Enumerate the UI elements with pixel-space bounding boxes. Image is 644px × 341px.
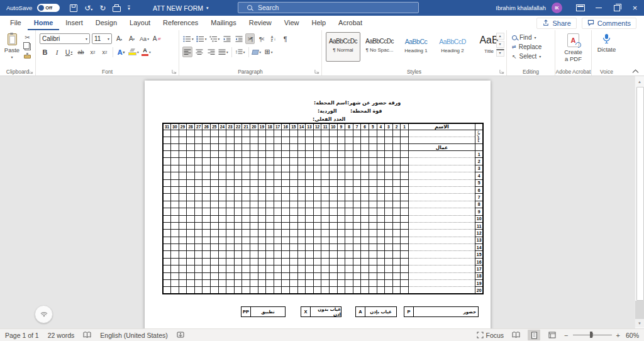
avatar[interactable]: IK (552, 3, 562, 13)
change-case-icon[interactable]: Aa▾ (139, 33, 150, 44)
zoom-in-button[interactable]: + (616, 332, 620, 339)
legend-box-x[interactable]: Xغياب بدون اذن (301, 306, 341, 317)
italic-button[interactable]: I (52, 47, 62, 57)
styles-scroll-up-icon[interactable]: ▴ (496, 33, 504, 40)
user-name[interactable]: Ibrahim khalafallah (496, 4, 546, 11)
increase-indent-icon[interactable] (233, 33, 244, 44)
legend-box-a[interactable]: Aغياب بإذن (355, 306, 397, 317)
align-center-icon[interactable] (194, 47, 204, 57)
scroll-up-icon[interactable]: ▲ (635, 77, 644, 86)
select-button[interactable]: ↖Select▾ (512, 53, 541, 60)
bullet-list-icon[interactable]: ▾ (182, 33, 194, 44)
vertical-scrollbar[interactable]: ▲ ▼ (635, 76, 644, 328)
replace-button[interactable]: ⇄Replace (512, 43, 541, 50)
font-name-combo[interactable]: Calibri▾ (40, 33, 90, 44)
minimize-button[interactable] (589, 0, 608, 16)
clear-formatting-icon[interactable]: A (152, 33, 162, 44)
collapse-ribbon-icon[interactable] (632, 69, 639, 74)
bold-button[interactable]: B (40, 47, 50, 57)
find-button[interactable]: Find▾ (512, 34, 541, 41)
text-effects-icon[interactable]: A▾ (116, 47, 126, 57)
left-to-right-paragraph-icon[interactable]: >¶ (245, 33, 255, 44)
tab-references[interactable]: References (157, 16, 204, 30)
paragraph-dialog-launcher-icon[interactable] (314, 69, 319, 74)
zoom-out-button[interactable]: − (564, 332, 568, 339)
style-card-heading-2[interactable]: AaBbCcDHeading 2 (435, 32, 470, 62)
tab-layout[interactable]: Layout (123, 16, 157, 30)
read-mode-button[interactable] (509, 330, 522, 340)
multilevel-list-icon[interactable]: ▾ (209, 33, 221, 44)
style-card-heading-1[interactable]: AaBbCcHeading 1 (399, 32, 433, 62)
tab-design[interactable]: Design (89, 16, 123, 30)
quick-print-icon[interactable] (113, 6, 121, 12)
tab-help[interactable]: Help (305, 16, 332, 30)
page-indicator[interactable]: Page 1 of 1 (5, 332, 39, 339)
copy-icon[interactable] (25, 43, 31, 50)
font-dialog-launcher-icon[interactable] (172, 69, 177, 74)
sort-icon[interactable]: AZ↓ (268, 33, 279, 44)
language-indicator[interactable]: English (United States) (100, 332, 167, 339)
share-button[interactable]: Share (536, 18, 576, 29)
search-box[interactable]: Search (238, 2, 419, 13)
style-card-no-spac[interactable]: AaBbCcDc¶ No Spac... (362, 32, 397, 62)
restore-button[interactable] (608, 0, 626, 16)
close-button[interactable]: × (626, 0, 644, 16)
styles-more-icon[interactable]: ▾ (496, 49, 504, 57)
tab-insert[interactable]: Insert (59, 16, 89, 30)
right-to-left-paragraph-icon[interactable]: ¶< (256, 33, 267, 44)
create-pdf-button[interactable]: A Create a PDF (555, 33, 591, 62)
highlight-color-button[interactable]: ▾ (128, 47, 140, 57)
scroll-down-icon[interactable]: ▼ (635, 319, 644, 327)
justify-icon[interactable]: ▾ (218, 47, 229, 57)
font-color-button[interactable]: A▾ (141, 47, 152, 57)
floating-assistant-button[interactable] (35, 305, 53, 323)
tab-review[interactable]: Review (243, 16, 278, 30)
comments-button[interactable]: Comments (582, 18, 636, 29)
shrink-font-icon[interactable]: A▾ (126, 33, 137, 44)
strikethrough-button[interactable]: ab (75, 47, 86, 57)
print-layout-button[interactable] (528, 330, 540, 340)
underline-button[interactable]: U▾ (64, 47, 74, 57)
dictate-button[interactable]: Dictate (592, 33, 621, 53)
tab-mailings[interactable]: Mailings (204, 16, 242, 30)
numbered-list-icon[interactable]: ▾ (196, 33, 208, 44)
document-page[interactable]: اسم المحطة: ورقة حضور عن شهر: الوردية: ق… (145, 81, 491, 328)
superscript-button[interactable]: x2 (99, 47, 110, 57)
tab-view[interactable]: View (278, 16, 306, 30)
paste-button[interactable]: Paste ▾ (3, 33, 21, 59)
tab-acrobat[interactable]: Acrobat (332, 16, 369, 30)
align-right-icon[interactable] (206, 47, 216, 57)
proofing-icon[interactable] (83, 332, 91, 338)
cut-icon[interactable]: ✂ (25, 34, 30, 41)
undo-button[interactable]: ↺▾ (84, 4, 92, 13)
focus-button[interactable]: Focus (477, 332, 504, 339)
ribbon-display-options-button[interactable] (571, 0, 589, 16)
styles-dialog-launcher-icon[interactable] (499, 69, 504, 74)
font-size-combo[interactable]: 11▾ (92, 33, 112, 44)
show-formatting-marks-icon[interactable]: ¶ (280, 33, 291, 44)
align-left-icon[interactable] (182, 47, 192, 57)
styles-scroll-down-icon[interactable]: ▾ (496, 41, 504, 48)
borders-icon[interactable]: ⊞▾ (264, 47, 274, 57)
shading-icon[interactable]: ▾ (252, 47, 262, 57)
grow-font-icon[interactable]: A▴ (114, 33, 125, 44)
word-count[interactable]: 22 words (48, 332, 75, 339)
scrollbar-thumb[interactable] (636, 87, 644, 301)
autosave-toggle[interactable]: Off (37, 4, 60, 12)
tab-home[interactable]: Home (28, 16, 60, 30)
legend-box-pp[interactable]: PPتطبيق (241, 306, 286, 317)
web-layout-button[interactable] (546, 330, 558, 340)
document-title[interactable]: ATT NEW FORM ▾ (153, 0, 209, 16)
format-painter-icon[interactable] (24, 55, 31, 59)
tab-file[interactable]: File (4, 16, 28, 30)
zoom-level[interactable]: 60% (626, 332, 639, 339)
subscript-button[interactable]: x2 (87, 47, 98, 57)
zoom-slider-thumb[interactable] (590, 332, 592, 338)
style-card-normal[interactable]: AaBbCcDc¶ Normal (326, 32, 360, 62)
clipboard-dialog-launcher-icon[interactable] (28, 69, 33, 74)
save-icon[interactable] (70, 4, 77, 12)
redo-icon[interactable]: ↻ (99, 4, 106, 13)
legend-box-p[interactable]: Pحضور (404, 306, 479, 317)
customize-toolbar-icon[interactable]: ▾ (128, 6, 130, 11)
decrease-indent-icon[interactable] (221, 33, 232, 44)
